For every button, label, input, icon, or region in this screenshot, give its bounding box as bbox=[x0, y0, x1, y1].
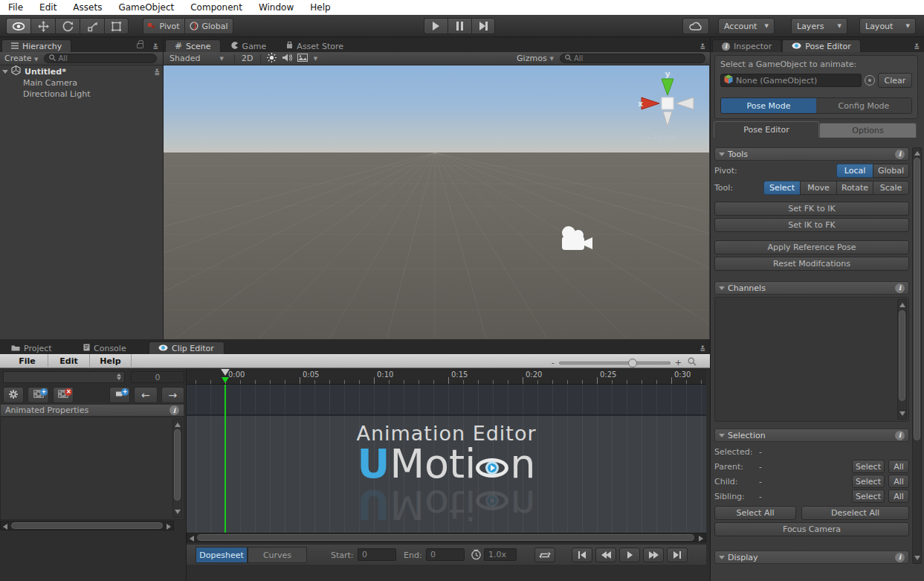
channels-section-header[interactable]: Channels i bbox=[714, 281, 909, 295]
scrollbar-thumb[interactable] bbox=[914, 158, 920, 440]
account-dropdown[interactable]: Account▼ bbox=[718, 18, 775, 34]
add-clip-button[interactable]: + bbox=[28, 387, 48, 403]
focus-camera-button[interactable]: Focus Camera bbox=[714, 522, 909, 536]
scroll-up-icon[interactable] bbox=[899, 303, 905, 307]
first-frame-button[interactable] bbox=[572, 548, 592, 562]
menu-help[interactable]: Help bbox=[302, 0, 338, 15]
rotate-tool-button[interactable] bbox=[55, 18, 80, 34]
scene-row[interactable]: Untitled* ▼≡ bbox=[0, 65, 163, 77]
pane-menu-icon[interactable]: ▼≡ bbox=[154, 68, 160, 74]
zoom-slider[interactable] bbox=[559, 362, 671, 365]
timeline-ruler[interactable]: 0:00 0:05 0:10 0:15 0:20 0:25 0:30 bbox=[187, 368, 706, 385]
tab-console[interactable]: Console bbox=[74, 341, 145, 354]
playhead-marker-icon[interactable] bbox=[222, 377, 229, 383]
pause-button[interactable] bbox=[448, 18, 471, 34]
tab-game[interactable]: Game bbox=[222, 39, 277, 52]
scroll-down-icon[interactable] bbox=[914, 556, 920, 560]
channels-list[interactable] bbox=[714, 297, 909, 422]
scroll-up-icon[interactable] bbox=[175, 423, 181, 427]
pivot-local-button[interactable]: Local bbox=[836, 164, 873, 178]
next-key-button[interactable]: → bbox=[161, 387, 184, 403]
scrollbar-thumb[interactable] bbox=[197, 534, 694, 541]
reset-modifications-button[interactable]: Reset Modifcations bbox=[714, 257, 909, 271]
next-frame-button[interactable] bbox=[643, 548, 664, 562]
tools-section-header[interactable]: Tools i bbox=[714, 147, 909, 161]
add-key-button[interactable]: + bbox=[109, 387, 130, 403]
timeline-hscrollbar[interactable] bbox=[187, 533, 706, 542]
menu-edit[interactable]: Edit bbox=[31, 0, 65, 15]
dopesheet-tab[interactable]: Dopesheet bbox=[196, 547, 248, 563]
sibling-all-button[interactable]: All bbox=[888, 489, 909, 503]
foldout-triangle-icon[interactable] bbox=[2, 70, 8, 74]
gizmos-dropdown[interactable]: Gizmos ▼ bbox=[517, 54, 560, 63]
tab-pose-editor[interactable]: Pose Editor bbox=[782, 39, 861, 52]
playback-speed-field[interactable]: 1.0x bbox=[484, 548, 517, 561]
sibling-select-button[interactable]: Select bbox=[852, 489, 885, 503]
animated-properties-list[interactable] bbox=[0, 417, 184, 520]
clear-button[interactable]: Clear bbox=[878, 73, 912, 88]
tab-asset-store[interactable]: Asset Store bbox=[277, 39, 353, 52]
info-icon[interactable]: i bbox=[895, 431, 905, 440]
tab-hierarchy[interactable]: Hierarchy bbox=[1, 39, 71, 52]
last-frame-button[interactable] bbox=[667, 548, 688, 562]
layout-dropdown[interactable]: Layout▼ bbox=[859, 18, 916, 34]
scroll-right-icon[interactable] bbox=[699, 536, 703, 542]
tab-pose-editor-inner[interactable]: Pose Editor bbox=[714, 121, 819, 138]
start-field[interactable]: 0 bbox=[358, 548, 396, 561]
selection-section-header[interactable]: Selection i bbox=[714, 428, 909, 442]
parent-select-button[interactable]: Select bbox=[852, 460, 885, 473]
tab-options[interactable]: Options bbox=[819, 123, 917, 138]
hierarchy-item-main-camera[interactable]: Main Camera bbox=[0, 77, 163, 89]
layers-dropdown[interactable]: Layers▼ bbox=[791, 18, 847, 34]
pivot-toggle-button[interactable]: Pivot bbox=[143, 18, 184, 34]
menu-gameobject[interactable]: GameObject bbox=[110, 0, 182, 15]
display-section-header[interactable]: Display i bbox=[714, 550, 909, 564]
cloud-button[interactable] bbox=[682, 18, 709, 34]
clip-menu-file[interactable]: File bbox=[7, 354, 48, 368]
zoom-out-label[interactable]: - bbox=[552, 358, 555, 367]
info-icon[interactable]: i bbox=[895, 150, 905, 159]
view-tool-button[interactable] bbox=[6, 18, 30, 34]
clip-menu-edit[interactable]: Edit bbox=[48, 354, 90, 368]
menu-assets[interactable]: Assets bbox=[65, 0, 110, 15]
zoom-slider-thumb[interactable] bbox=[628, 359, 637, 367]
properties-hscrollbar[interactable] bbox=[0, 521, 174, 530]
effects-toggle[interactable] bbox=[295, 54, 310, 64]
delete-clip-button[interactable]: × bbox=[53, 387, 74, 403]
scale-tool-button[interactable] bbox=[80, 18, 104, 34]
tab-inspector[interactable]: i Inspector bbox=[712, 39, 781, 52]
frame-field[interactable]: 0 bbox=[131, 371, 184, 383]
scroll-down-icon[interactable] bbox=[175, 510, 181, 514]
scene-viewport[interactable]: y x ◄ Persp bbox=[164, 65, 709, 339]
pose-mode-button[interactable]: Pose Mode bbox=[721, 98, 816, 113]
persp-label[interactable]: ◄ Persp bbox=[645, 132, 676, 142]
lighting-toggle[interactable] bbox=[264, 53, 280, 65]
effects-dropdown-icon[interactable]: ▼ bbox=[310, 56, 321, 62]
tab-clip-editor[interactable]: Clip Editor bbox=[149, 341, 224, 354]
curves-tab[interactable]: Curves bbox=[248, 547, 307, 563]
scene-orientation-gizmo[interactable]: y x bbox=[634, 68, 701, 135]
config-mode-button[interactable]: Config Mode bbox=[816, 98, 911, 113]
child-select-button[interactable]: Select bbox=[852, 475, 885, 488]
dopesheet-canvas[interactable]: Animation Editor UMotin UMotin bbox=[187, 416, 706, 533]
tab-scene[interactable]: # Scene bbox=[165, 39, 221, 52]
end-field[interactable]: 0 bbox=[426, 548, 465, 561]
lock-icon[interactable] bbox=[137, 43, 143, 48]
apply-reference-pose-button[interactable]: Apply Reference Pose bbox=[714, 240, 909, 254]
info-icon[interactable]: i bbox=[895, 553, 905, 562]
audio-toggle[interactable] bbox=[280, 54, 295, 64]
select-all-button[interactable]: Select All bbox=[714, 506, 796, 520]
step-button[interactable] bbox=[471, 18, 495, 34]
play-animation-button[interactable] bbox=[619, 548, 640, 562]
deselect-all-button[interactable]: Deselect All bbox=[801, 506, 909, 520]
rect-tool-button[interactable] bbox=[104, 18, 129, 34]
tool-rotate-button[interactable]: Rotate bbox=[836, 181, 873, 195]
properties-scrollbar[interactable] bbox=[172, 419, 182, 518]
2d-toggle[interactable]: 2D bbox=[238, 54, 257, 64]
zoom-in-label[interactable]: + bbox=[675, 358, 682, 367]
timeline-track[interactable] bbox=[187, 385, 706, 416]
pane-menu-icon[interactable]: ▼≡ bbox=[914, 43, 920, 49]
playhead-line[interactable] bbox=[224, 385, 226, 533]
channels-scrollbar[interactable] bbox=[897, 299, 907, 420]
prev-key-button[interactable]: ← bbox=[134, 387, 157, 403]
